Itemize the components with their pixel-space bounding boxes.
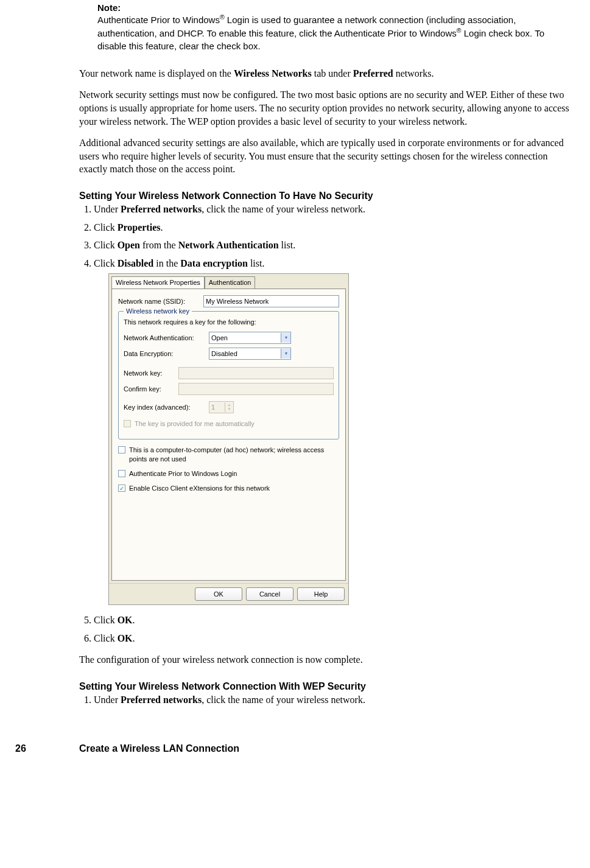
authenticate-prior-checkbox[interactable] — [118, 470, 125, 477]
step-item: Click Open from the Network Authenticati… — [94, 239, 572, 252]
step-item: Click OK. — [94, 614, 572, 627]
chevron-down-icon: ▾ — [281, 349, 290, 359]
confirm-key-label: Confirm key: — [124, 385, 178, 394]
steps-no-security: Under Preferred networks, click the name… — [79, 203, 572, 645]
autokey-checkbox[interactable] — [124, 420, 131, 427]
authenticate-prior-label: Authenticate Prior to Windows Login — [129, 469, 237, 478]
network-key-label: Network key: — [124, 369, 178, 378]
paragraph: Network security settings must now be co… — [79, 88, 572, 128]
spinner-buttons-icon: ▲▼ — [225, 402, 233, 412]
key-index-label: Key index (advanced): — [124, 403, 209, 412]
paragraph: Your network name is displayed on the Wi… — [79, 67, 572, 80]
data-encryption-select[interactable]: Disabled ▾ — [209, 348, 291, 360]
network-authentication-select[interactable]: Open ▾ — [209, 332, 291, 344]
key-intro-text: This network requires a key for the foll… — [124, 318, 334, 327]
step-item: Click Properties. — [94, 221, 572, 234]
chevron-down-icon: ▾ — [281, 333, 290, 343]
ssid-input[interactable]: My Wireless Network — [203, 295, 339, 307]
confirm-key-input[interactable] — [178, 383, 334, 395]
step-item: Under Preferred networks, click the name… — [94, 203, 572, 216]
step-item: Under Preferred networks, click the name… — [94, 693, 572, 707]
paragraph: Additional advanced security settings ar… — [79, 136, 572, 176]
cisco-extensions-checkbox[interactable]: ✓ — [118, 485, 125, 492]
cancel-button[interactable]: Cancel — [246, 587, 293, 601]
step-item: Click Disabled in the Data encryption li… — [94, 257, 572, 605]
tab-wireless-properties[interactable]: Wireless Network Properties — [111, 276, 205, 289]
note-block: Note: Authenticate Prior to Windows® Log… — [97, 2, 572, 52]
wireless-properties-dialog: Wireless Network Properties Authenticati… — [108, 273, 349, 605]
ok-button[interactable]: OK — [195, 587, 242, 601]
network-key-input[interactable] — [178, 367, 334, 379]
tab-authentication[interactable]: Authentication — [205, 276, 256, 289]
page-number: 26 — [15, 743, 26, 754]
autokey-label: The key is provided for me automatically — [135, 419, 255, 428]
note-body: Authenticate Prior to Windows® Login is … — [97, 13, 572, 52]
note-title: Note: — [97, 2, 572, 13]
page-footer: 26 Create a Wireless LAN Connection — [79, 743, 572, 754]
adhoc-checkbox[interactable] — [118, 446, 125, 453]
auth-label: Network Authentication: — [124, 334, 209, 343]
paragraph: The configuration of your wireless netwo… — [79, 653, 572, 667]
adhoc-label: This is a computer-to-computer (ad hoc) … — [129, 446, 339, 463]
heading-wep-security: Setting Your Wireless Network Connection… — [79, 681, 572, 692]
tab-bar: Wireless Network Properties Authenticati… — [109, 274, 348, 289]
key-index-spinner[interactable]: 1 ▲▼ — [209, 401, 234, 413]
encryption-label: Data Encryption: — [124, 349, 209, 359]
dialog-screenshot: Wireless Network Properties Authenticati… — [108, 273, 572, 605]
heading-no-security: Setting Your Wireless Network Connection… — [79, 191, 572, 201]
help-button[interactable]: Help — [297, 587, 345, 601]
steps-wep: Under Preferred networks, click the name… — [79, 693, 572, 707]
ssid-label: Network name (SSID): — [118, 297, 203, 306]
step-item: Click OK. — [94, 632, 572, 645]
cisco-extensions-label: Enable Cisco Client eXtensions for this … — [129, 484, 270, 492]
fieldset-legend: Wireless network key — [124, 307, 192, 316]
wireless-key-fieldset: Wireless network key This network requir… — [118, 311, 339, 439]
footer-title: Create a Wireless LAN Connection — [79, 743, 239, 754]
